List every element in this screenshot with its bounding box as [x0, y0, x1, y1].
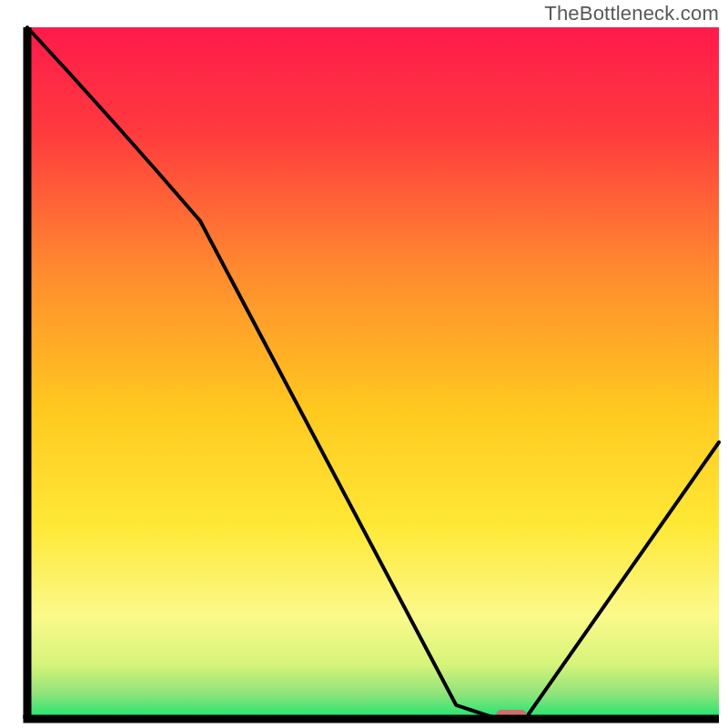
chart-container: { "watermark": "TheBottleneck.com", "cha… [0, 0, 728, 728]
plot-background [27, 27, 719, 719]
watermark-text: TheBottleneck.com [544, 2, 719, 25]
chart-svg [0, 0, 728, 728]
